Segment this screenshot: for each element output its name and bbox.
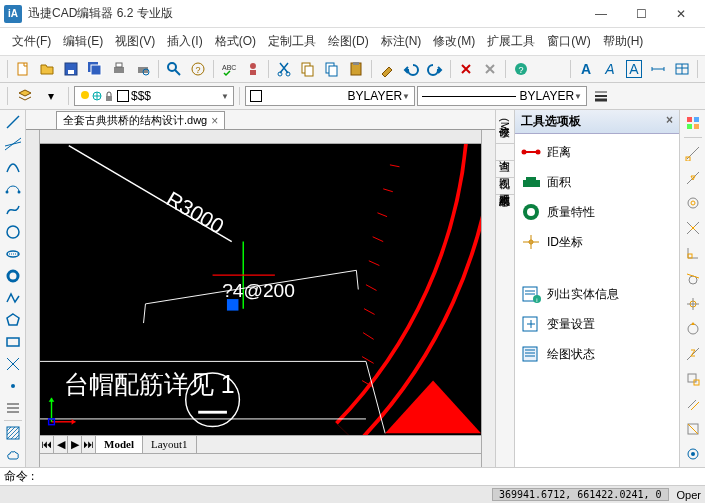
- layer-manager-button[interactable]: [14, 85, 36, 107]
- matchprop-button[interactable]: [376, 58, 398, 80]
- snap-cen-button[interactable]: [682, 192, 704, 213]
- ellipse-tool[interactable]: [2, 244, 24, 264]
- rect-tool[interactable]: [2, 332, 24, 352]
- wipeout-tool[interactable]: [2, 398, 24, 418]
- layout-tab-layout1[interactable]: Layout1: [143, 436, 197, 453]
- vtab-view[interactable]: 视图: [496, 161, 514, 178]
- menu-insert[interactable]: 插入(I): [161, 30, 208, 53]
- snap-node-button[interactable]: [682, 293, 704, 314]
- new-button[interactable]: [12, 58, 34, 80]
- snap-ins-button[interactable]: [682, 368, 704, 389]
- snap-end-button[interactable]: [682, 142, 704, 163]
- oops-button[interactable]: [479, 58, 501, 80]
- undo-button[interactable]: [400, 58, 422, 80]
- tablestyle-button[interactable]: [671, 58, 693, 80]
- menu-format[interactable]: 格式(O): [209, 30, 262, 53]
- point-tool[interactable]: [2, 376, 24, 396]
- hatch-tool[interactable]: [2, 423, 24, 443]
- arc3p-tool[interactable]: [2, 178, 24, 198]
- layers-panel-button[interactable]: [682, 112, 704, 133]
- menu-view[interactable]: 视图(V): [109, 30, 161, 53]
- arc-tool[interactable]: [2, 156, 24, 176]
- snap-qua-button[interactable]: [682, 318, 704, 339]
- horizontal-scrollbar[interactable]: [40, 453, 481, 467]
- revcloud-tool[interactable]: [2, 445, 24, 465]
- textstyle-a2[interactable]: A: [599, 58, 621, 80]
- copybase-button[interactable]: [321, 58, 343, 80]
- lineweight-button[interactable]: [590, 85, 612, 107]
- snap-par-button[interactable]: [682, 394, 704, 415]
- circle-tool[interactable]: [2, 222, 24, 242]
- vtab-modify[interactable]: 修改(M): [496, 110, 514, 144]
- menu-file[interactable]: 文件(F): [6, 30, 57, 53]
- layer-combo[interactable]: $$$ ▼: [74, 86, 234, 106]
- snap-nea-button[interactable]: [682, 343, 704, 364]
- tool-list[interactable]: i 列出实体信息: [517, 280, 677, 308]
- vertical-scrollbar[interactable]: [481, 130, 495, 467]
- dimstyle-button[interactable]: [647, 58, 669, 80]
- menu-dimension[interactable]: 标注(N): [375, 30, 428, 53]
- command-line[interactable]: 命令 :: [0, 467, 705, 485]
- find-button[interactable]: [163, 58, 185, 80]
- osnap-settings-button[interactable]: [682, 444, 704, 465]
- maximize-button[interactable]: ☐: [621, 0, 661, 28]
- tool-massprop[interactable]: 质量特性: [517, 198, 677, 226]
- layout-tab-model[interactable]: Model: [96, 436, 143, 453]
- snap-per-button[interactable]: [682, 243, 704, 264]
- ray-tool[interactable]: [2, 354, 24, 374]
- palette-close-icon[interactable]: ×: [666, 113, 673, 130]
- color-combo[interactable]: BYLAYER ▼: [245, 86, 415, 106]
- tab-next-button[interactable]: ▶: [68, 436, 82, 453]
- print-button[interactable]: [108, 58, 130, 80]
- linetype-combo[interactable]: BYLAYER ▼: [417, 86, 587, 106]
- tool-idpoint[interactable]: ID坐标: [517, 228, 677, 256]
- textstyle-a3[interactable]: A: [623, 58, 645, 80]
- xline-tool[interactable]: [2, 134, 24, 154]
- help-button[interactable]: ?: [187, 58, 209, 80]
- menu-ext-tools[interactable]: 扩展工具: [481, 30, 541, 53]
- close-button[interactable]: ✕: [661, 0, 701, 28]
- redo-button[interactable]: [424, 58, 446, 80]
- cut-button[interactable]: [273, 58, 295, 80]
- about-button[interactable]: ?: [510, 58, 532, 80]
- tab-prev-button[interactable]: ◀: [54, 436, 68, 453]
- erase-button[interactable]: [455, 58, 477, 80]
- vtab-3dorbit[interactable]: 三维动态观察: [496, 178, 514, 195]
- tool-area[interactable]: 面积: [517, 168, 677, 196]
- snap-mid-button[interactable]: [682, 167, 704, 188]
- snap-none-button[interactable]: [682, 419, 704, 440]
- document-tab[interactable]: 全套古典拱桥的结构设计.dwg ×: [56, 111, 225, 129]
- tab-first-button[interactable]: ⏮: [40, 436, 54, 453]
- snap-tan-button[interactable]: [682, 268, 704, 289]
- paste-button[interactable]: [345, 58, 367, 80]
- menu-help[interactable]: 帮助(H): [597, 30, 650, 53]
- copy-button[interactable]: [297, 58, 319, 80]
- tool-distance[interactable]: 距离: [517, 138, 677, 166]
- print-preview-button[interactable]: [132, 58, 154, 80]
- tool-setvar[interactable]: 变量设置: [517, 310, 677, 338]
- line-tool[interactable]: [2, 112, 24, 132]
- vtab-inquiry[interactable]: 查询: [496, 144, 514, 161]
- snap-int-button[interactable]: [682, 218, 704, 239]
- polygon-tool[interactable]: [2, 310, 24, 330]
- menu-modify[interactable]: 修改(M): [427, 30, 481, 53]
- layer-dropdown-button[interactable]: ▾: [40, 85, 62, 107]
- explorer-button[interactable]: [242, 58, 264, 80]
- menu-custom-tools[interactable]: 定制工具: [262, 30, 322, 53]
- open-button[interactable]: [36, 58, 58, 80]
- spline-tool[interactable]: [2, 200, 24, 220]
- close-icon[interactable]: ×: [211, 114, 218, 128]
- pline-tool[interactable]: [2, 288, 24, 308]
- save-button[interactable]: [60, 58, 82, 80]
- menu-window[interactable]: 窗口(W): [541, 30, 596, 53]
- saveall-button[interactable]: [84, 58, 106, 80]
- donut-tool[interactable]: [2, 266, 24, 286]
- tab-last-button[interactable]: ⏭: [82, 436, 96, 453]
- tool-status[interactable]: 绘图状态: [517, 340, 677, 368]
- drawing-canvas[interactable]: R3000 ?4@200 台帽配筋详见 1: [40, 144, 481, 435]
- menu-edit[interactable]: 编辑(E): [57, 30, 109, 53]
- minimize-button[interactable]: —: [581, 0, 621, 28]
- menu-draw[interactable]: 绘图(D): [322, 30, 375, 53]
- textstyle-a1[interactable]: A: [575, 58, 597, 80]
- spellcheck-button[interactable]: ABC: [218, 58, 240, 80]
